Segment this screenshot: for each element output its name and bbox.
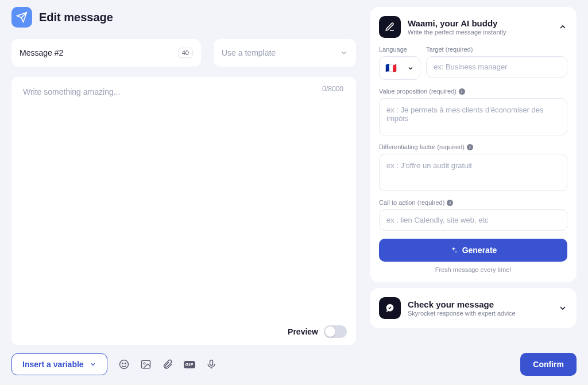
insert-variable-label: Insert a variable bbox=[22, 360, 84, 369]
message-name-input-wrapper[interactable]: 40 bbox=[11, 39, 201, 67]
editor-toolbar: GIF bbox=[118, 358, 218, 371]
generate-button[interactable]: Generate bbox=[379, 239, 567, 262]
ai-panel-header[interactable]: Waami, your AI buddy Write the perfect m… bbox=[379, 16, 567, 38]
svg-point-5 bbox=[144, 363, 145, 364]
paper-plane-icon bbox=[11, 7, 32, 28]
preview-toggle-row: Preview bbox=[288, 325, 347, 338]
chevron-down-icon bbox=[340, 49, 348, 57]
value-prop-field[interactable] bbox=[379, 98, 567, 135]
chevron-down-icon bbox=[558, 304, 567, 313]
check-panel[interactable]: Check your message Skyrocket response wi… bbox=[370, 288, 577, 328]
page-title: Edit message bbox=[39, 11, 113, 24]
value-prop-label: Value proposition (required) bbox=[379, 88, 457, 95]
chevron-up-icon bbox=[558, 22, 567, 32]
generate-label: Generate bbox=[462, 246, 497, 255]
confirm-label: Confirm bbox=[533, 360, 564, 369]
cta-input[interactable] bbox=[386, 216, 560, 224]
target-field[interactable] bbox=[426, 56, 567, 77]
ai-panel-subtitle: Write the perfect message instantly bbox=[408, 29, 551, 36]
cta-field[interactable] bbox=[379, 209, 567, 231]
template-select[interactable]: Use a template bbox=[214, 39, 356, 67]
diff-label: Differentiating factor (required) bbox=[379, 143, 465, 150]
svg-rect-6 bbox=[210, 360, 212, 365]
info-icon[interactable]: i bbox=[447, 200, 453, 206]
cta-label: Call to action (required) bbox=[379, 199, 444, 206]
svg-rect-4 bbox=[141, 360, 150, 368]
preview-label: Preview bbox=[288, 327, 318, 336]
chevron-down-icon bbox=[407, 65, 414, 72]
chevron-down-icon bbox=[90, 361, 96, 368]
insert-variable-button[interactable]: Insert a variable bbox=[11, 353, 107, 375]
message-editor[interactable]: 0/8000 bbox=[11, 77, 356, 345]
sparkle-icon bbox=[450, 246, 458, 254]
message-textarea[interactable] bbox=[23, 87, 345, 335]
language-label: Language bbox=[379, 46, 420, 53]
ai-panel: Waami, your AI buddy Write the perfect m… bbox=[370, 7, 577, 282]
target-label: Target (required) bbox=[426, 46, 567, 53]
info-icon[interactable]: i bbox=[459, 88, 465, 95]
gif-icon[interactable]: GIF bbox=[183, 358, 196, 371]
preview-toggle[interactable] bbox=[324, 325, 347, 338]
svg-point-1 bbox=[119, 360, 128, 369]
check-panel-subtitle: Skyrocket response with expert advice bbox=[408, 310, 551, 317]
confirm-button[interactable]: Confirm bbox=[520, 353, 577, 376]
value-prop-input[interactable] bbox=[386, 106, 560, 126]
diff-field[interactable] bbox=[379, 154, 567, 191]
edit-icon bbox=[379, 16, 401, 38]
check-bubble-icon bbox=[379, 297, 401, 319]
attachment-icon[interactable] bbox=[161, 358, 174, 371]
template-placeholder: Use a template bbox=[222, 48, 276, 57]
ai-panel-title: Waami, your AI buddy bbox=[408, 18, 551, 28]
diff-input[interactable] bbox=[386, 161, 560, 182]
message-name-limit: 40 bbox=[178, 48, 193, 58]
page-header: Edit message bbox=[11, 7, 356, 28]
microphone-icon[interactable] bbox=[205, 358, 218, 371]
char-counter: 0/8000 bbox=[322, 85, 343, 93]
fresh-note: Fresh message every time! bbox=[379, 266, 567, 273]
image-icon[interactable] bbox=[140, 358, 152, 371]
svg-point-3 bbox=[125, 363, 126, 364]
svg-point-2 bbox=[122, 363, 123, 364]
message-name-input[interactable] bbox=[20, 48, 178, 57]
target-input[interactable] bbox=[434, 63, 560, 71]
language-select[interactable]: 🇫🇷 bbox=[379, 56, 420, 80]
check-panel-title: Check your message bbox=[408, 300, 551, 309]
emoji-icon[interactable] bbox=[118, 358, 130, 371]
flag-icon: 🇫🇷 bbox=[385, 63, 397, 73]
info-icon[interactable]: i bbox=[467, 144, 473, 150]
